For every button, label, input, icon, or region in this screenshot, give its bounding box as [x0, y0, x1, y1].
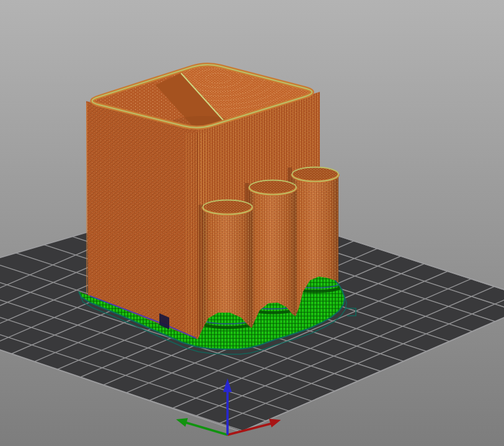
sliced-model[interactable]: [85, 47, 338, 342]
slicer-3d-viewport[interactable]: [0, 0, 504, 446]
scene-canvas[interactable]: [0, 0, 504, 446]
